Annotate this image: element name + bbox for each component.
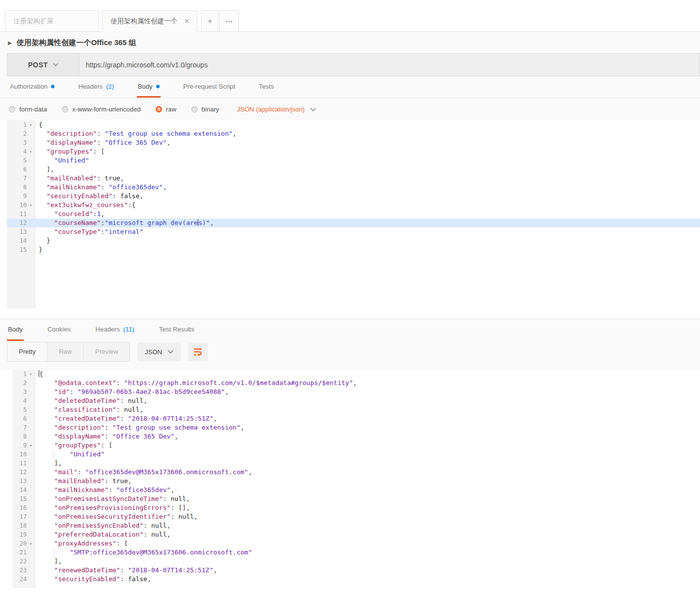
line-number: 15 bbox=[7, 245, 27, 254]
tab-test-results[interactable]: Test Results bbox=[158, 319, 195, 341]
code-line[interactable]: 11 "courseId":1, bbox=[7, 210, 700, 219]
code-line[interactable]: 4 "deletedDateTime": null, bbox=[12, 396, 700, 405]
code-line[interactable]: 13 "courseType":"internal" bbox=[7, 227, 700, 236]
line-number: 6 bbox=[7, 165, 27, 174]
code-line[interactable]: 2 "description": "Test group use schema … bbox=[7, 129, 700, 138]
line-number: 7 bbox=[7, 174, 27, 183]
code-line[interactable]: 14 } bbox=[7, 236, 700, 245]
gutter-cell: 2 bbox=[12, 379, 35, 387]
code-line[interactable]: 9 "securityEnabled": false, bbox=[7, 192, 700, 201]
code-line[interactable]: 1▾{ bbox=[7, 120, 700, 129]
gutter-cell: 23 bbox=[12, 566, 35, 575]
code-line[interactable]: 13 "mailEnabled": true, bbox=[12, 477, 700, 486]
fold-arrow-icon[interactable]: ▾ bbox=[27, 539, 35, 548]
tab-body[interactable]: Body bbox=[137, 76, 161, 98]
code-line[interactable]: 6 ], bbox=[7, 165, 700, 174]
code-line[interactable]: 10▾ "ext3uikwfwz_courses":{ bbox=[7, 201, 700, 210]
collapse-arrow-icon[interactable]: ▶ bbox=[8, 40, 12, 46]
radio-icon[interactable] bbox=[62, 106, 68, 112]
code-line[interactable]: 9▾ "groupTypes": [ bbox=[12, 441, 700, 450]
code-line[interactable]: 4▾ "groupTypes": [ bbox=[7, 147, 700, 156]
gutter-cell: 15 bbox=[7, 245, 35, 254]
gutter-cell: 9 bbox=[7, 192, 35, 201]
code-line[interactable]: 3 "displayName": "Office 365 Dev", bbox=[7, 138, 700, 147]
mode-label: form-data bbox=[19, 106, 47, 113]
tab-tests[interactable]: Tests bbox=[258, 76, 275, 98]
code-line[interactable]: 17 "onPremisesSecurityIdentifier": null, bbox=[12, 512, 700, 521]
tab-pre-request-script[interactable]: Pre-request Script bbox=[182, 76, 236, 98]
fold-arrow-icon[interactable]: ▾ bbox=[27, 147, 35, 156]
line-number: 12 bbox=[12, 468, 27, 477]
fold-arrow-icon[interactable]: ▾ bbox=[27, 441, 35, 450]
url-input[interactable]: https://graph.microsoft.com/v1.0/groups bbox=[79, 53, 700, 76]
line-number: 3 bbox=[7, 138, 27, 147]
code-line[interactable]: 11 ], bbox=[12, 459, 700, 468]
tab-register-schema-extension[interactable]: 注册架构扩展 bbox=[5, 10, 99, 32]
code-line[interactable]: 18 "onPremisesSyncEnabled": null, bbox=[12, 521, 700, 530]
code-line[interactable]: 15 "onPremisesLastSyncDateTime": null, bbox=[12, 495, 700, 503]
chevron-down-icon bbox=[53, 63, 58, 66]
code-line[interactable]: 8 "displayName": "Office 365 Dev", bbox=[12, 432, 700, 441]
response-body-editor[interactable]: 1▾{2 "@odata.context": "https://graph.mi… bbox=[12, 370, 700, 588]
response-format-select[interactable]: JSON bbox=[137, 342, 181, 361]
tab-create-group-with-schema[interactable]: 使用架构属性创建一个 × bbox=[102, 10, 197, 32]
view-pretty-button[interactable]: Pretty bbox=[7, 342, 48, 361]
code-line[interactable]: 16 "onPremisesProvisioningErrors": [], bbox=[12, 503, 700, 512]
code-line[interactable]: 10 "Unified" bbox=[12, 450, 700, 459]
code-line[interactable]: 3 "id": "969ab507-06b3-4ae2-81ac-b5d9cee… bbox=[12, 387, 700, 396]
view-raw-button[interactable]: Raw bbox=[48, 342, 84, 361]
gutter-cell: 6 bbox=[7, 165, 35, 174]
code-line[interactable]: 19 "preferredDataLocation": null, bbox=[12, 530, 700, 539]
code-line[interactable]: 22 ], bbox=[12, 557, 700, 566]
radio-icon[interactable] bbox=[191, 106, 198, 112]
url-bar: POST https://graph.microsoft.com/v1.0/gr… bbox=[7, 53, 700, 76]
tab-headers[interactable]: Headers (2) bbox=[77, 76, 115, 98]
mode-label: binary bbox=[202, 106, 219, 113]
code-line[interactable]: 12 "courseName":"microsoft graph dev(are… bbox=[7, 219, 700, 227]
fold-arrow-icon[interactable]: ▾ bbox=[27, 370, 35, 379]
code-line[interactable]: 7 "description": "Test group use schema … bbox=[12, 423, 700, 432]
code-line[interactable]: 21 "SMTP:office365dev@M365x173606.onmicr… bbox=[12, 548, 700, 557]
code-text: ], bbox=[35, 557, 62, 566]
code-line[interactable]: 8 "mailNickname": "office365dev", bbox=[7, 183, 700, 192]
mode-x-www-form-urlencoded[interactable]: x-www-form-urlencoded bbox=[62, 106, 141, 113]
code-line[interactable]: 24 "securityEnabled": false, bbox=[12, 575, 700, 584]
close-tab-icon[interactable]: × bbox=[184, 17, 189, 25]
tab-options-button[interactable]: ••• bbox=[219, 10, 239, 32]
code-line[interactable]: 20▾ "proxyAddresses": [ bbox=[12, 539, 700, 548]
request-body-editor[interactable]: 1▾{2 "description": "Test group use sche… bbox=[7, 120, 700, 309]
code-line[interactable]: 23 "renewedDateTime": "2018-04-07T14:25:… bbox=[12, 566, 700, 575]
code-text: "SMTP:office365dev@M365x173606.onmicroso… bbox=[35, 548, 252, 557]
code-line[interactable]: 5 "Unified" bbox=[7, 156, 700, 165]
code-line[interactable]: 7 "mailEnabled": true, bbox=[7, 174, 700, 183]
tab-cookies[interactable]: Cookies bbox=[47, 319, 72, 341]
code-line[interactable]: 1▾{ bbox=[12, 370, 700, 379]
tab-label: Body bbox=[138, 83, 153, 90]
radio-selected-icon[interactable] bbox=[156, 106, 162, 112]
fold-arrow-icon[interactable]: ▾ bbox=[27, 120, 35, 129]
code-line[interactable]: 2 "@odata.context": "https://graph.micro… bbox=[12, 379, 700, 387]
fold-arrow-icon[interactable]: ▾ bbox=[27, 201, 35, 210]
wrap-text-button[interactable] bbox=[188, 342, 208, 361]
code-line[interactable]: 6 "createdDateTime": "2018-04-07T14:25:5… bbox=[12, 414, 700, 423]
code-text: ], bbox=[35, 459, 62, 468]
mode-form-data[interactable]: form-data bbox=[9, 106, 47, 113]
tab-label: Pre-request Script bbox=[183, 83, 235, 90]
view-preview-button[interactable]: Preview bbox=[84, 342, 129, 361]
code-line[interactable]: 15} bbox=[7, 245, 700, 254]
content-type-select[interactable]: JSON (application/json) bbox=[237, 106, 316, 113]
tab-response-headers[interactable]: Headers (11) bbox=[95, 319, 135, 341]
code-text: "onPremisesSyncEnabled": null, bbox=[35, 521, 171, 530]
mode-binary[interactable]: binary bbox=[191, 106, 219, 113]
radio-icon[interactable] bbox=[9, 106, 15, 112]
code-line[interactable]: 5 "classification": null, bbox=[12, 405, 700, 414]
gutter-cell: 8 bbox=[7, 183, 35, 192]
new-tab-button[interactable]: + bbox=[201, 10, 218, 32]
tab-response-body[interactable]: Body bbox=[7, 319, 24, 341]
tab-authorization[interactable]: Authorization bbox=[9, 76, 56, 98]
mode-raw[interactable]: raw bbox=[156, 106, 176, 113]
code-line[interactable]: 12 "mail": "office365dev@M365x173606.onm… bbox=[12, 468, 700, 477]
line-number: 4 bbox=[7, 147, 27, 156]
code-line[interactable]: 14 "mailNickname": "office365dev", bbox=[12, 486, 700, 495]
method-select[interactable]: POST bbox=[7, 53, 79, 76]
